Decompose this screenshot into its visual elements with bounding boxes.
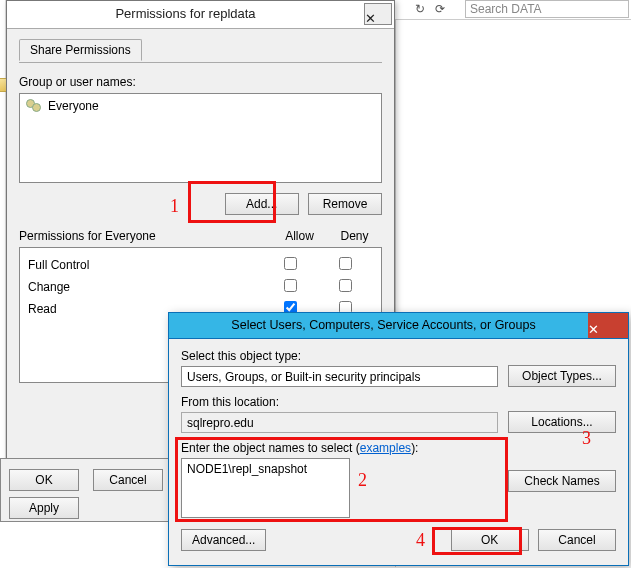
add-button[interactable]: Add... [225,193,299,215]
object-types-button[interactable]: Object Types... [508,365,616,387]
ok-button[interactable]: OK [451,529,529,551]
user-name: Everyone [48,99,99,113]
allow-change-checkbox[interactable] [284,279,297,292]
allow-full-control-checkbox[interactable] [284,257,297,270]
go-icon[interactable]: ↻ [415,2,425,16]
perm-name: Full Control [28,258,263,272]
group-icon [26,99,42,113]
perm-row-full-control: Full Control [28,254,373,276]
explorer-toolbar: ↻ ⟳ Search DATA [395,0,631,20]
locations-button[interactable]: Locations... [508,411,616,433]
deny-full-control-checkbox[interactable] [339,257,352,270]
select-users-titlebar: Select Users, Computers, Service Account… [169,313,628,339]
object-names-label: Enter the object names to select (exampl… [181,441,498,455]
group-label: Group or user names: [19,75,382,89]
object-type-field: Users, Groups, or Built-in security prin… [181,366,498,387]
deny-header: Deny [327,229,382,243]
permissions-titlebar: Permissions for repldata ✕ [7,1,394,29]
remove-button[interactable]: Remove [308,193,382,215]
select-users-dialog: Select Users, Computers, Service Account… [168,312,629,566]
ok-button[interactable]: OK [9,469,79,491]
object-names-input[interactable]: NODE1\repl_snapshot [181,458,350,518]
allow-header: Allow [272,229,327,243]
check-names-button[interactable]: Check Names [508,470,616,492]
refresh-icon[interactable]: ⟳ [435,2,445,16]
permissions-title-text: Permissions for repldata [7,6,364,21]
advanced-button[interactable]: Advanced... [181,529,266,551]
group-user-list[interactable]: Everyone [19,93,382,183]
object-type-label: Select this object type: [181,349,498,363]
permissions-for-label: Permissions for Everyone [19,229,272,243]
cancel-button[interactable]: Cancel [93,469,163,491]
tab-share-permissions[interactable]: Share Permissions [19,39,142,61]
tabstrip: Share Permissions [19,39,382,63]
list-item[interactable]: Everyone [24,98,377,114]
close-button[interactable]: ✕ [588,313,628,338]
location-label: From this location: [181,395,498,409]
select-users-title-text: Select Users, Computers, Service Account… [169,318,598,332]
close-button[interactable]: ✕ [364,3,392,25]
location-field: sqlrepro.edu [181,412,498,433]
examples-link[interactable]: examples [360,441,411,455]
deny-change-checkbox[interactable] [339,279,352,292]
perm-name: Change [28,280,263,294]
cancel-button[interactable]: Cancel [538,529,616,551]
perm-row-change: Change [28,276,373,298]
apply-button[interactable]: Apply [9,497,79,519]
explorer-search-input[interactable]: Search DATA [465,0,629,18]
